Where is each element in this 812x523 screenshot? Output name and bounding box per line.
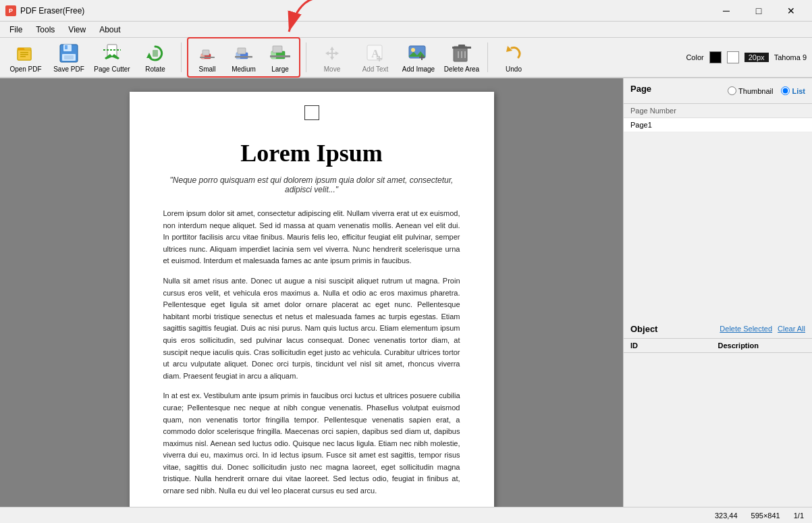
separator-3 xyxy=(487,43,488,72)
object-header: Object Delete Selected Clear All xyxy=(624,320,812,339)
app-title: PDF Eraser(Free) xyxy=(20,6,84,16)
thumbnail-radio[interactable] xyxy=(728,86,736,95)
rotate-button[interactable]: Rotate xyxy=(135,40,175,75)
svg-rect-3 xyxy=(20,54,28,55)
app-icon: P xyxy=(5,5,16,16)
close-button[interactable]: ✕ xyxy=(776,0,807,22)
title-bar: P PDF Eraser(Free) ─ □ ✕ xyxy=(0,0,812,22)
page-info-display: 1/1 xyxy=(794,512,804,520)
list-label: List xyxy=(792,87,805,95)
object-section: Object Delete Selected Clear All ID Desc… xyxy=(624,320,812,507)
undo-button[interactable]: Undo xyxy=(493,40,534,75)
svg-marker-12 xyxy=(146,53,152,58)
save-pdf-button[interactable]: Save PDF xyxy=(49,40,89,75)
add-text-label: Add Text xyxy=(362,65,389,73)
save-pdf-label: Save PDF xyxy=(53,65,84,73)
menu-bar: File Tools View About xyxy=(0,22,812,38)
pdf-para-2: Nulla sit amet risus ante. Donec ut augu… xyxy=(163,275,460,382)
delete-area-label: Delete Area xyxy=(444,65,479,73)
description-column-header: Description xyxy=(718,341,806,350)
medium-eraser-icon xyxy=(233,43,254,64)
undo-icon xyxy=(503,43,524,64)
add-text-button[interactable]: A Add Text xyxy=(355,40,396,75)
page-section: Page Thumbnail List xyxy=(624,78,812,104)
undo-label: Undo xyxy=(506,65,522,73)
add-image-label: Add Image xyxy=(402,65,435,73)
open-pdf-button[interactable]: Open PDF xyxy=(5,40,46,75)
svg-point-32 xyxy=(411,48,415,52)
id-column-header: ID xyxy=(630,341,718,350)
maximize-button[interactable]: □ xyxy=(743,0,774,22)
list-radio-label[interactable]: List xyxy=(781,86,805,95)
minimize-button[interactable]: ─ xyxy=(711,0,742,22)
svg-rect-18 xyxy=(202,50,209,55)
thumbnail-radio-label[interactable]: Thumbnail xyxy=(728,86,773,95)
small-eraser-icon xyxy=(196,43,218,64)
page-cutter-button[interactable]: Page Cutter xyxy=(92,40,132,75)
toolbar-right: Color 20px Tahoma 9 xyxy=(686,51,807,63)
dimensions-display: 595×841 xyxy=(751,512,780,520)
page-section-title: Page xyxy=(630,84,651,94)
svg-rect-4 xyxy=(20,56,26,57)
page-number-header: Page Number xyxy=(624,104,812,118)
pdf-title: Lorem Ipsum xyxy=(163,139,460,167)
svg-rect-22 xyxy=(238,48,246,54)
large-eraser-button[interactable]: Large xyxy=(263,40,298,75)
color-black[interactable] xyxy=(709,51,722,63)
small-eraser-label: Small xyxy=(198,65,215,73)
separator-2 xyxy=(306,43,306,72)
pdf-body: Lorem ipsum dolor sit amet, consectetur … xyxy=(163,208,460,507)
title-bar-controls: ─ □ ✕ xyxy=(711,0,807,22)
move-label: Move xyxy=(324,65,340,73)
add-image-button[interactable]: Add Image xyxy=(398,40,439,75)
svg-rect-7 xyxy=(65,45,67,49)
open-pdf-icon xyxy=(15,43,36,64)
thumbnail-label: Thumbnail xyxy=(738,87,773,95)
pdf-para-3: In at est ex. Vestibulum ante ipsum prim… xyxy=(163,390,460,497)
svg-marker-41 xyxy=(506,46,512,52)
color-label: Color xyxy=(686,53,703,61)
pdf-para-4: Vestibulum tincidunt, massa nec ullamcor… xyxy=(163,505,460,507)
delete-area-button[interactable]: Delete Area xyxy=(441,40,482,75)
svg-rect-21 xyxy=(235,56,252,58)
coordinates-display: 323,44 xyxy=(715,512,738,520)
pdf-checkbox xyxy=(304,105,319,120)
pdf-area[interactable]: Lorem Ipsum "Neque porro quisquam est qu… xyxy=(0,78,623,507)
svg-rect-26 xyxy=(273,46,282,53)
delete-selected-button[interactable]: Delete Selected xyxy=(720,325,772,333)
large-eraser-icon xyxy=(269,43,291,64)
font-label: Tahoma 9 xyxy=(774,53,807,61)
page-list-item-1[interactable]: Page1 xyxy=(624,118,812,132)
save-pdf-icon xyxy=(58,43,80,64)
medium-eraser-button[interactable]: Medium xyxy=(226,40,261,75)
add-text-icon: A xyxy=(364,43,386,64)
menu-view[interactable]: View xyxy=(61,24,92,36)
menu-file[interactable]: File xyxy=(3,24,29,36)
object-table-header: ID Description xyxy=(624,339,812,353)
size-display: 20px xyxy=(745,53,769,62)
svg-rect-13 xyxy=(153,50,158,57)
svg-rect-9 xyxy=(64,55,74,59)
pdf-page: Lorem Ipsum "Neque porro quisquam est qu… xyxy=(130,92,494,507)
toolbar: Open PDF Save PDF Page Cutter xyxy=(0,38,812,78)
small-eraser-button[interactable]: Small xyxy=(190,40,225,75)
rotate-label: Rotate xyxy=(145,65,165,73)
list-radio[interactable] xyxy=(781,86,790,95)
svg-rect-37 xyxy=(452,47,471,49)
right-panel: Page Thumbnail List Page Number Page1 xyxy=(623,78,812,507)
add-image-icon xyxy=(408,43,429,64)
eraser-group: Small Medium xyxy=(187,37,300,78)
move-icon xyxy=(321,43,343,64)
page-cutter-label: Page Cutter xyxy=(94,65,130,73)
menu-tools[interactable]: Tools xyxy=(29,24,61,36)
clear-all-button[interactable]: Clear All xyxy=(778,325,805,333)
medium-eraser-label: Medium xyxy=(232,65,256,73)
large-eraser-label: Large xyxy=(271,65,289,73)
color-white[interactable] xyxy=(727,51,739,63)
svg-rect-17 xyxy=(200,57,215,58)
menu-about[interactable]: About xyxy=(92,24,127,36)
svg-text:A: A xyxy=(371,48,379,59)
move-button[interactable]: Move xyxy=(312,40,352,75)
rotate-icon xyxy=(144,43,166,64)
separator-1 xyxy=(181,43,182,72)
